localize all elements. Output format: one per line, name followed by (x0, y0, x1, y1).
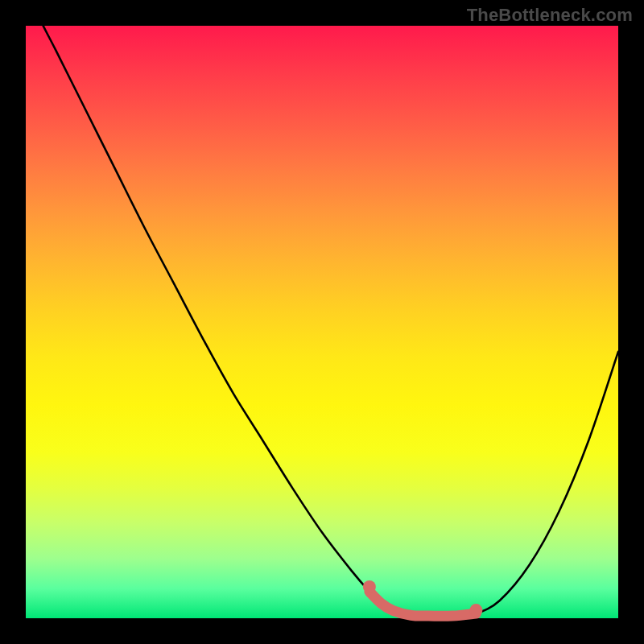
optimal-marker-end-dot (469, 604, 482, 617)
optimal-marker (369, 592, 476, 616)
watermark-text: TheBottleneck.com (467, 5, 633, 26)
plot-area (26, 26, 618, 618)
optimal-marker-start-dot (363, 580, 376, 593)
chart-frame: TheBottleneck.com (0, 0, 644, 644)
curve-layer (26, 26, 618, 618)
bottleneck-curve (26, 0, 618, 617)
